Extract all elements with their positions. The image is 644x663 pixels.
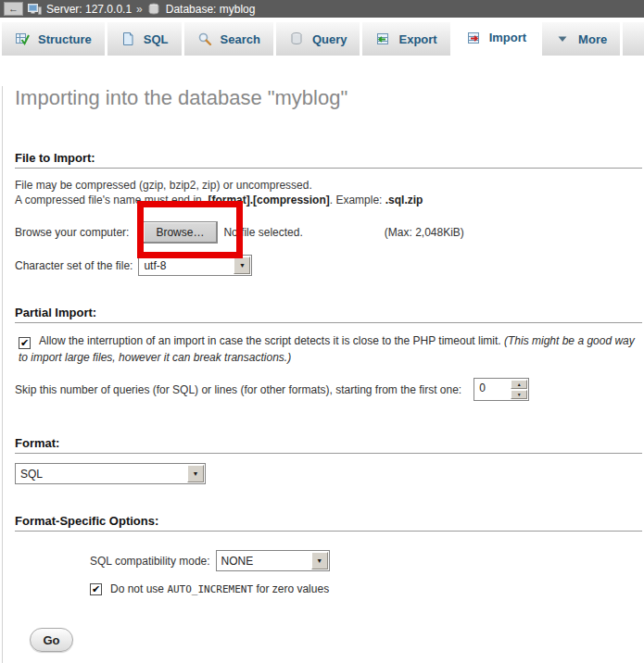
max-size-text: (Max: 2,048KiB) [385, 226, 464, 239]
tab-query[interactable]: Query [276, 22, 360, 56]
tab-search[interactable]: Search [184, 22, 273, 56]
skip-queries-row: Skip this number of queries (for SQL) or… [15, 378, 642, 401]
auto-increment-label: Do not use AUTO_INCREMENT for zero value… [110, 582, 329, 595]
autoinc-pre: Do not use [110, 582, 167, 595]
desc-line2-mid: . Example: [330, 194, 385, 206]
browse-button[interactable]: Browse… [143, 221, 218, 244]
desc-line1: File may be compressed (gzip, bzip2, zip… [15, 179, 312, 192]
sql-compatibility-label: SQL compatibility mode: [90, 555, 210, 568]
auto-increment-row: ✔ Do not use AUTO_INCREMENT for zero val… [90, 582, 642, 596]
export-icon [375, 31, 390, 46]
skip-queries-value[interactable]: 0 [474, 379, 510, 400]
structure-icon [15, 31, 30, 46]
file-import-description: File may be compressed (gzip, bzip2, zip… [15, 178, 642, 207]
tab-export[interactable]: Export [362, 22, 449, 56]
format-row: SQL ▼ [15, 463, 642, 484]
allow-interruption-label: Allow the interruption of an import in c… [39, 334, 504, 347]
desc-format-pattern: .[format].[compression] [205, 194, 330, 206]
sql-icon [120, 31, 135, 46]
tab-more[interactable]: More [542, 22, 620, 56]
desc-example: .sql.zip [385, 194, 423, 206]
go-button[interactable]: Go [30, 628, 73, 652]
database-icon [147, 3, 161, 16]
format-select[interactable]: SQL ▼ [15, 463, 206, 484]
autoinc-post: for zero values [253, 582, 329, 595]
tab-import[interactable]: Import [453, 19, 539, 56]
auto-increment-checkbox[interactable]: ✔ [90, 583, 102, 595]
dropdown-arrow-icon[interactable]: ▼ [311, 552, 328, 569]
tab-label: Import [489, 31, 526, 44]
back-button[interactable]: ← [4, 2, 23, 16]
section-heading-partial-import: Partial Import: [15, 306, 642, 323]
skip-queries-label: Skip this number of queries (for SQL) or… [15, 383, 461, 396]
section-heading-file-to-import: File to Import: [15, 151, 642, 169]
search-icon [197, 31, 212, 46]
section-heading-format-specific: Format-Specific Options: [15, 514, 642, 532]
tab-sql[interactable]: SQL [107, 22, 182, 56]
no-file-selected-text: No file selected. [223, 226, 302, 239]
charset-row: Character set of the file: utf-8 ▼ [15, 255, 642, 276]
charset-selected-value: utf-8 [139, 259, 233, 272]
spinner-down-icon[interactable]: ▼ [511, 390, 527, 399]
tab-label: Export [398, 32, 436, 46]
tab-bar: Structure SQL Search Query Export Import [0, 18, 644, 56]
breadcrumb-bar: ← Server: 127.0.0.1 » Database: myblog [0, 0, 644, 18]
sql-compatibility-value: NONE [217, 555, 310, 568]
spinner-up-icon[interactable]: ▲ [511, 380, 527, 389]
charset-select[interactable]: utf-8 ▼ [138, 255, 252, 276]
tab-structure[interactable]: Structure [2, 22, 105, 56]
autoinc-code: AUTO_INCREMENT [167, 583, 253, 595]
chevron-down-icon [555, 31, 570, 46]
sql-compatibility-select[interactable]: NONE ▼ [216, 550, 330, 571]
desc-line2-pre: A compressed file's name must end in [15, 194, 205, 206]
format-selected-value: SQL [16, 468, 186, 481]
skip-queries-spinner: ▲ ▼ [511, 380, 527, 399]
allow-interruption-row: ✔Allow the interruption of an import in … [19, 332, 638, 366]
section-heading-format: Format: [15, 436, 642, 454]
tabbar-filler [623, 22, 644, 56]
tab-label: Structure [38, 32, 92, 46]
browse-label: Browse your computer: [15, 226, 129, 239]
skip-queries-input[interactable]: 0 ▲ ▼ [474, 378, 529, 401]
breadcrumb-server[interactable]: Server: 127.0.0.1 [46, 3, 132, 16]
browse-row: Browse your computer: Browse… No file se… [15, 221, 642, 244]
allow-interruption-checkbox[interactable]: ✔ [19, 337, 31, 349]
breadcrumb-separator: » [136, 3, 143, 16]
tab-label: More [578, 32, 607, 46]
page-title: Importing into the database "myblog" [15, 86, 642, 110]
tab-label: Search [221, 32, 260, 46]
query-icon [289, 31, 304, 46]
breadcrumb-database[interactable]: Database: myblog [166, 3, 256, 16]
sql-compatibility-row: SQL compatibility mode: NONE ▼ [90, 550, 642, 571]
main-content: Importing into the database "myblog" Fil… [2, 86, 644, 663]
import-icon [466, 31, 481, 45]
tab-label: SQL [144, 32, 169, 46]
dropdown-arrow-icon[interactable]: ▼ [187, 465, 204, 482]
tab-label: Query [312, 32, 347, 46]
dropdown-arrow-icon[interactable]: ▼ [234, 256, 250, 274]
charset-label: Character set of the file: [15, 259, 133, 272]
server-icon [28, 3, 42, 16]
